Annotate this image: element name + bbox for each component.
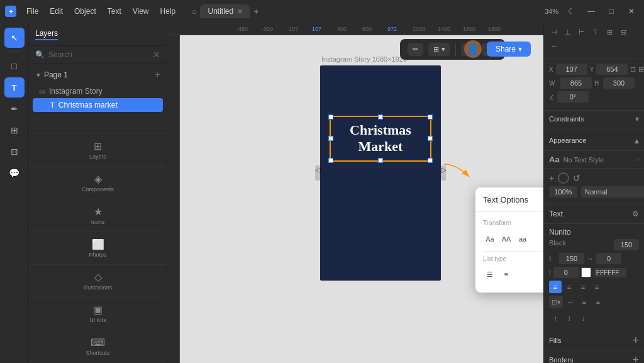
letter-spacing-input[interactable] <box>596 253 621 264</box>
home-button[interactable]: ⌂ <box>188 7 200 16</box>
menu-file[interactable]: File <box>21 6 43 17</box>
layers-tab-layers[interactable]: Layers <box>35 28 58 40</box>
align-right-button[interactable]: ⊢ <box>575 26 588 38</box>
opacity-input[interactable] <box>549 186 577 198</box>
align-center-v-button[interactable]: ⊞ <box>603 26 616 38</box>
minimize-button[interactable]: — <box>584 4 599 19</box>
sentence-case-button[interactable]: Aa <box>483 232 497 246</box>
align-top-button[interactable]: ⊤ <box>589 26 602 38</box>
pen-tool[interactable]: ✒ <box>4 99 25 119</box>
w-input[interactable] <box>560 77 592 89</box>
size-toggle-icon[interactable]: ⊡ <box>630 65 636 74</box>
valign-left-button[interactable]: ↔ <box>564 296 577 308</box>
add-style-button[interactable]: + <box>549 173 554 183</box>
panel-photos[interactable]: ⬜ Photos <box>29 232 167 265</box>
text-settings-icon[interactable]: ⚙ <box>632 209 639 218</box>
frame-handle-left[interactable]: ◁ <box>315 165 320 181</box>
selection-handle-bl[interactable] <box>328 158 333 163</box>
text-align-left-button[interactable]: ≡ <box>549 281 562 293</box>
selection-handle-tr[interactable] <box>428 114 433 120</box>
selection-handle-bm[interactable] <box>378 158 383 163</box>
constraints-header: Constraints ▾ <box>549 114 639 123</box>
menu-help[interactable]: Help <box>155 6 181 17</box>
frame-tool[interactable]: □ <box>4 56 25 76</box>
panel-ui-kits[interactable]: ▣ UI Kits <box>29 298 167 330</box>
layer-item-instagram[interactable]: ▭ Instagram Story <box>29 84 167 98</box>
valign-right-button[interactable]: ≡ <box>592 296 604 308</box>
arrange-dropdown[interactable]: ⊞ ▾ <box>428 43 450 56</box>
line-height-input[interactable] <box>559 253 584 264</box>
canvas-area[interactable]: -480 -300 -107 107 400 600 972 1200 1400… <box>167 23 543 363</box>
font-color-hex[interactable] <box>594 268 626 277</box>
resize-dropdown-button[interactable]: ⊡▾ <box>549 296 563 308</box>
text-pos-center-button[interactable]: ↕ <box>563 312 575 325</box>
panel-shortcuts[interactable]: ⌨ Shortcuts <box>29 330 167 363</box>
text-align-center-button[interactable]: ≡ <box>563 281 575 293</box>
text-align-justify-button[interactable]: ≡ <box>591 281 603 293</box>
text-pos-bottom-button[interactable]: ↓ <box>577 312 589 325</box>
comment-tool[interactable]: 💬 <box>4 163 25 183</box>
text-align-right-button[interactable]: ≡ <box>577 281 589 293</box>
h-input[interactable] <box>603 77 635 89</box>
zoom-percent: 34% <box>545 8 558 15</box>
search-input[interactable] <box>48 50 149 59</box>
distribute-h-button[interactable]: ↔ <box>548 40 560 52</box>
font-size-input[interactable] <box>614 239 639 250</box>
expand-icon[interactable]: ⊞ <box>638 65 644 74</box>
lower-case-button[interactable]: aa <box>516 232 530 246</box>
font-name-display[interactable]: Nunito <box>549 228 639 237</box>
tab-add-button[interactable]: + <box>250 6 262 16</box>
indent-input[interactable] <box>553 267 579 278</box>
maximize-button[interactable]: □ <box>604 4 619 19</box>
menu-bar: ✦ File Edit Object Text View Help ⌂ Unti… <box>0 0 644 23</box>
menu-view[interactable]: View <box>128 6 154 17</box>
selection-handle-tm[interactable] <box>378 114 383 120</box>
menu-text[interactable]: Text <box>103 6 126 17</box>
fills-add-button[interactable]: + <box>632 335 639 346</box>
ordered-list-button[interactable]: ≡ <box>499 267 513 281</box>
edit-style-button[interactable]: ✏ <box>408 43 423 56</box>
bottom-panels: ⊞ Layers ◈ Components ★ Icons ⬜ Photos ◇… <box>29 133 167 363</box>
tab-close-icon[interactable]: × <box>237 6 242 16</box>
x-input[interactable] <box>556 64 587 75</box>
text-tool[interactable]: T <box>4 77 25 98</box>
component-tool[interactable]: ⊟ <box>4 142 25 162</box>
constraints-collapse-icon[interactable]: ▾ <box>635 114 639 123</box>
panel-icons[interactable]: ★ Icons <box>29 199 167 232</box>
align-left-button[interactable]: ⊣ <box>548 26 560 38</box>
document-tab[interactable]: Untitled × <box>200 4 250 18</box>
align-center-h-button[interactable]: ⊥ <box>562 26 574 38</box>
panel-layers[interactable]: ⊞ Layers <box>29 134 167 167</box>
panel-illustrations[interactable]: ◇ Illustrations <box>29 265 167 298</box>
style-circle[interactable] <box>558 172 569 184</box>
moon-icon[interactable]: ☾ <box>564 4 579 19</box>
align-bottom-button[interactable]: ⊟ <box>617 26 630 38</box>
appearance-title: Appearance <box>549 137 586 144</box>
panel-components[interactable]: ◈ Components <box>29 167 167 199</box>
selection-handle-ml[interactable] <box>328 136 333 141</box>
valign-center-button[interactable]: ≡ <box>578 296 591 308</box>
search-clear-icon[interactable]: ✕ <box>153 50 160 60</box>
refresh-style-icon[interactable]: ↺ <box>573 173 580 183</box>
layer-item-christmas[interactable]: T Christmas market <box>33 98 163 112</box>
close-button[interactable]: ✕ <box>624 4 639 19</box>
upper-case-button[interactable]: AA <box>499 232 513 246</box>
menu-object[interactable]: Object <box>69 6 101 17</box>
page-add-button[interactable]: + <box>155 69 160 81</box>
blend-mode-select[interactable] <box>581 186 644 198</box>
font-color-swatch[interactable] <box>581 267 591 277</box>
text-pos-top-button[interactable]: ↑ <box>549 312 562 325</box>
angle-input[interactable] <box>557 91 589 103</box>
select-tool[interactable]: ↖ <box>4 28 25 48</box>
selection-handle-mr[interactable] <box>428 136 433 141</box>
text-style-edit-icon[interactable]: › <box>637 156 639 163</box>
menu-edit[interactable]: Edit <box>45 6 68 17</box>
unordered-list-button[interactable]: ☰ <box>483 267 497 281</box>
share-button[interactable]: Share ▾ <box>487 42 531 57</box>
borders-add-button[interactable]: + <box>632 354 639 363</box>
image-tool[interactable]: ⊞ <box>4 120 25 140</box>
selection-handle-tl[interactable] <box>328 114 333 120</box>
appearance-collapse-icon[interactable]: ▴ <box>635 135 639 145</box>
y-input[interactable] <box>596 64 628 75</box>
page-item[interactable]: ▼ Page 1 + <box>29 67 167 83</box>
